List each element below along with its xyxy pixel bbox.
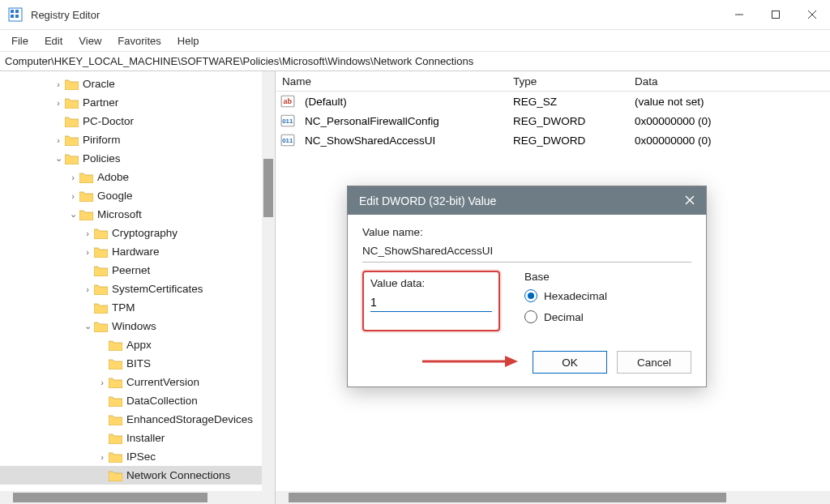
chevron-right-icon: ›: [96, 452, 109, 462]
menu-file[interactable]: File: [3, 32, 36, 49]
value-type: REG_DWORD: [507, 135, 628, 147]
dialog-title: Edit DWORD (32-bit) Value: [359, 194, 496, 207]
radio-label: Hexadecimal: [544, 290, 607, 302]
tree-node-networkconnections[interactable]: Network Connections: [0, 466, 275, 485]
tree-node-piriform[interactable]: ›Piriform: [0, 130, 275, 149]
tree-node-tpm[interactable]: TPM: [0, 298, 275, 317]
radio-icon: [524, 289, 537, 302]
tree-node-appx[interactable]: Appx: [0, 335, 275, 354]
value-name-field[interactable]: [362, 243, 691, 263]
cancel-button[interactable]: Cancel: [617, 351, 691, 374]
tree-node-currentversion[interactable]: ›CurrentVersion: [0, 373, 275, 391]
reg-dword-icon: 011: [280, 133, 295, 147]
column-header-data[interactable]: Data: [628, 75, 830, 88]
value-name-label: Value name:: [362, 226, 691, 238]
address-text: Computer\HKEY_LOCAL_MACHINE\SOFTWARE\Pol…: [5, 55, 473, 67]
dialog-close-button[interactable]: [685, 194, 695, 207]
svg-rect-1: [11, 10, 14, 13]
tree-node-datacollection[interactable]: DataCollection: [0, 391, 275, 410]
chevron-right-icon: ›: [52, 79, 65, 89]
radio-decimal[interactable]: Decimal: [524, 310, 691, 323]
menu-help[interactable]: Help: [169, 32, 208, 49]
dialog-titlebar[interactable]: Edit DWORD (32-bit) Value: [348, 186, 706, 215]
chevron-right-icon: ›: [66, 173, 79, 182]
titlebar: Registry Editor: [0, 0, 830, 30]
tree-node-installer[interactable]: Installer: [0, 429, 275, 447]
value-data-highlight: Value data:: [362, 271, 500, 331]
svg-rect-6: [772, 11, 779, 19]
list-header: Name Type Data: [276, 71, 830, 92]
tree-node-oracle[interactable]: ›Oracle: [0, 75, 275, 93]
svg-rect-4: [15, 15, 19, 18]
tree-node-windows[interactable]: ⌄Windows: [0, 317, 275, 335]
svg-rect-3: [11, 15, 14, 18]
radio-hexadecimal[interactable]: Hexadecimal: [524, 289, 691, 302]
chevron-right-icon: ›: [81, 247, 94, 257]
reg-dword-icon: 011: [280, 113, 295, 128]
address-bar[interactable]: Computer\HKEY_LOCAL_MACHINE\SOFTWARE\Pol…: [0, 52, 830, 71]
chevron-down-icon: ⌄: [52, 153, 65, 164]
chevron-right-icon: ›: [66, 191, 79, 201]
window-controls: [721, 0, 830, 29]
value-row[interactable]: 011 NC_PersonalFirewallConfig REG_DWORD …: [276, 111, 830, 130]
column-header-name[interactable]: Name: [276, 75, 507, 88]
scrollbar-thumb[interactable]: [289, 493, 726, 502]
tree-node-microsoft[interactable]: ⌄Microsoft: [0, 205, 275, 224]
value-name: NC_PersonalFirewallConfig: [298, 115, 507, 127]
tree-node-systemcertificates[interactable]: ›SystemCertificates: [0, 280, 275, 298]
registry-tree[interactable]: ›Oracle ›Partner PC-Doctor ›Piriform ⌄Po…: [0, 71, 275, 491]
scrollbar-thumb[interactable]: [263, 159, 273, 217]
svg-rect-2: [15, 10, 19, 13]
svg-text:011: 011: [282, 137, 293, 144]
chevron-right-icon: ›: [96, 378, 109, 387]
value-type: REG_SZ: [507, 96, 628, 108]
tree-node-pcdoctor[interactable]: PC-Doctor: [0, 112, 275, 130]
dialog-buttons: OK Cancel: [362, 351, 691, 374]
close-button[interactable]: [794, 0, 830, 29]
chevron-right-icon: ›: [52, 135, 65, 145]
tree-node-enhancedstorage[interactable]: EnhancedStorageDevices: [0, 410, 275, 429]
svg-text:011: 011: [282, 117, 293, 125]
tree-pane: ›Oracle ›Partner PC-Doctor ›Piriform ⌄Po…: [0, 71, 276, 504]
ok-button[interactable]: OK: [533, 351, 607, 374]
maximize-button[interactable]: [757, 0, 794, 29]
chevron-right-icon: ›: [81, 284, 94, 294]
value-data-input[interactable]: [370, 294, 492, 312]
tree-node-google[interactable]: ›Google: [0, 186, 275, 205]
column-header-type[interactable]: Type: [507, 75, 628, 88]
value-data: (value not set): [628, 96, 704, 108]
chevron-right-icon: ›: [52, 98, 65, 108]
tree-node-hardware[interactable]: ›Hardware: [0, 242, 275, 261]
edit-dword-dialog: Edit DWORD (32-bit) Value Value name: Va…: [347, 186, 707, 387]
chevron-down-icon: ⌄: [66, 209, 79, 220]
value-data-label: Value data:: [370, 277, 492, 289]
value-row[interactable]: 011 NC_ShowSharedAccessUI REG_DWORD 0x00…: [276, 130, 830, 150]
minimize-button[interactable]: [721, 0, 757, 29]
menu-favorites[interactable]: Favorites: [109, 32, 169, 49]
tree-node-policies[interactable]: ⌄Policies: [0, 149, 275, 168]
scrollbar-thumb[interactable]: [13, 493, 208, 502]
tree-node-bits[interactable]: BITS: [0, 354, 275, 373]
value-rows: ab (Default) REG_SZ (value not set) 011 …: [276, 92, 830, 150]
chevron-right-icon: ›: [81, 229, 94, 238]
reg-sz-icon: ab: [280, 94, 295, 109]
tree-node-adobe[interactable]: ›Adobe: [0, 168, 275, 186]
list-horizontal-scrollbar[interactable]: [276, 491, 830, 504]
value-type: REG_DWORD: [507, 115, 628, 127]
tree-node-cryptography[interactable]: ›Cryptography: [0, 224, 275, 242]
menu-edit[interactable]: Edit: [36, 32, 71, 49]
dialog-body: Value name: Value data: Base Hexadecimal…: [348, 215, 706, 387]
radio-label: Decimal: [544, 311, 584, 323]
value-data: 0x00000000 (0): [628, 115, 712, 127]
tree-node-ipsec[interactable]: ›IPSec: [0, 447, 275, 466]
tree-node-peernet[interactable]: Peernet: [0, 261, 275, 280]
tree-horizontal-scrollbar[interactable]: [0, 491, 275, 504]
window-title: Registry Editor: [31, 9, 721, 21]
svg-text:ab: ab: [283, 97, 292, 105]
tree-node-partner[interactable]: ›Partner: [0, 93, 275, 112]
menu-view[interactable]: View: [71, 32, 109, 49]
menubar: File Edit View Favorites Help: [0, 30, 830, 52]
value-row[interactable]: ab (Default) REG_SZ (value not set): [276, 92, 830, 111]
chevron-down-icon: ⌄: [81, 321, 94, 331]
tree-vertical-scrollbar[interactable]: [262, 71, 275, 491]
